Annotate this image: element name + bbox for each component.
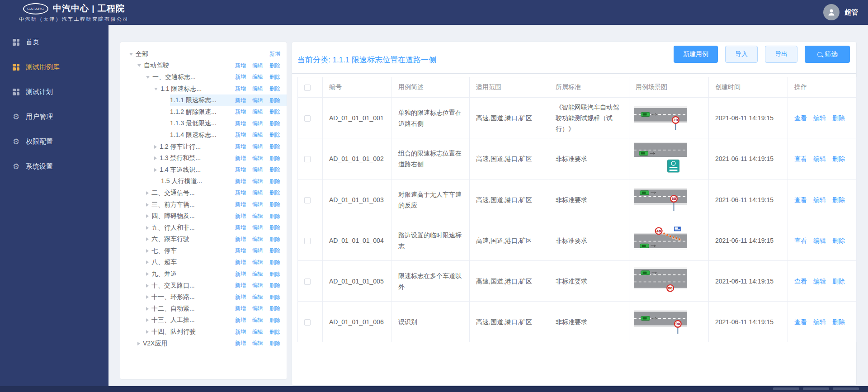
tree-expand-icon[interactable] <box>146 295 149 299</box>
new-case-button[interactable]: 新建用例 <box>674 46 718 63</box>
tree-collapse-icon[interactable] <box>154 88 158 90</box>
tree-action-edit[interactable]: 编辑 <box>252 97 263 104</box>
tree-node-label[interactable]: 十一、环形路... <box>151 293 195 301</box>
tree-action-edit[interactable]: 编辑 <box>252 62 263 70</box>
scene-thumbnail[interactable]: 20 <box>634 125 687 132</box>
row-action-view[interactable]: 查看 <box>794 237 807 244</box>
tree-node-18[interactable]: 八、超车 新增编辑删除 <box>120 257 287 269</box>
tree-node-7[interactable]: 1.1.4 限速标志... 新增编辑删除 <box>120 129 287 141</box>
tree-action-delete[interactable]: 删除 <box>269 328 280 336</box>
tree-node-label[interactable]: 六、跟车行驶 <box>151 235 189 243</box>
tree-node-label[interactable]: V2X应用 <box>143 340 167 348</box>
tree-node-9[interactable]: 1.3 禁行和禁... 新增编辑删除 <box>120 152 287 164</box>
user-avatar[interactable] <box>823 4 840 20</box>
import-button[interactable]: 导入 <box>725 46 758 63</box>
tree-node-11[interactable]: 1.5 人行横道... 新增编辑删除 <box>120 176 287 188</box>
tree-node-label[interactable]: 八、超车 <box>151 258 177 266</box>
row-action-view[interactable]: 查看 <box>794 278 807 285</box>
filter-button[interactable]: 筛选 <box>805 46 850 63</box>
tree-action-add[interactable]: 新增 <box>235 120 246 128</box>
sidebar-item-2[interactable]: 测试计划 <box>0 83 108 101</box>
row-checkbox[interactable] <box>304 156 311 162</box>
tree-expand-icon[interactable] <box>146 249 149 253</box>
tree-action-edit[interactable]: 编辑 <box>252 213 263 220</box>
tree-expand-icon[interactable] <box>146 330 149 334</box>
tree-node-20[interactable]: 十、交叉路口... 新增编辑删除 <box>120 280 287 292</box>
tree-action-edit[interactable]: 编辑 <box>252 189 263 197</box>
tree-action-add[interactable]: 新增 <box>235 155 246 162</box>
tree-action-add[interactable]: 新增 <box>235 178 246 185</box>
tree-action-edit[interactable]: 编辑 <box>252 143 263 151</box>
tree-expand-icon[interactable] <box>146 237 149 241</box>
row-checkbox[interactable] <box>304 238 311 244</box>
tree-node-label[interactable]: 七、停车 <box>151 247 177 255</box>
tree-action-edit[interactable]: 编辑 <box>252 236 263 243</box>
row-action-edit[interactable]: 编辑 <box>813 114 826 122</box>
row-action-delete[interactable]: 删除 <box>832 237 845 244</box>
tree-action-delete[interactable]: 删除 <box>269 282 280 289</box>
tree-action-add[interactable]: 新增 <box>235 270 246 278</box>
tree-node-label[interactable]: 1.4 车道线识... <box>160 166 201 174</box>
tree-action-add[interactable]: 新增 <box>235 213 246 220</box>
tree-action-add[interactable]: 新增 <box>269 50 280 58</box>
tree-action-add[interactable]: 新增 <box>235 73 246 81</box>
tree-action-delete[interactable]: 删除 <box>269 259 280 266</box>
tree-node-label[interactable]: 自动驾驶 <box>144 61 169 70</box>
tree-action-delete[interactable]: 删除 <box>269 108 280 116</box>
tree-collapse-icon[interactable] <box>129 53 133 56</box>
tree-node-label[interactable]: 1.1.4 限速标志... <box>170 131 217 139</box>
tree-action-edit[interactable]: 编辑 <box>252 247 263 255</box>
scene-thumbnail[interactable] <box>634 168 687 175</box>
row-action-view[interactable]: 查看 <box>794 155 807 162</box>
row-action-view[interactable]: 查看 <box>794 196 807 203</box>
tree-action-edit[interactable]: 编辑 <box>252 340 263 347</box>
tree-action-add[interactable]: 新增 <box>235 131 246 139</box>
tree-expand-icon[interactable] <box>146 191 149 195</box>
sidebar-item-4[interactable]: ⚙ 权限配置 <box>0 132 108 151</box>
tree-collapse-icon[interactable] <box>146 76 150 79</box>
tree-action-delete[interactable]: 删除 <box>269 224 280 231</box>
tree-node-12[interactable]: 二、交通信号... 新增编辑删除 <box>120 187 287 199</box>
tree-node-label[interactable]: 1.1 限速标志... <box>160 85 202 93</box>
tree-action-edit[interactable]: 编辑 <box>252 85 263 93</box>
tree-action-delete[interactable]: 删除 <box>269 178 280 185</box>
tree-node-4[interactable]: 1.1.1 限速标志... 新增编辑删除 <box>120 94 287 106</box>
scene-thumbnail[interactable]: 80 <box>634 207 687 214</box>
tree-expand-icon[interactable] <box>154 156 157 160</box>
tree-node-10[interactable]: 1.4 车道线识... 新增编辑删除 <box>120 164 287 176</box>
tree-action-add[interactable]: 新增 <box>235 85 246 93</box>
row-action-edit[interactable]: 编辑 <box>813 278 826 285</box>
tree-node-label[interactable]: 一、交通标志... <box>152 73 196 81</box>
tree-node-label[interactable]: 1.1.3 最低限速... <box>170 119 217 128</box>
tree-action-delete[interactable]: 删除 <box>269 293 280 301</box>
tree-action-add[interactable]: 新增 <box>235 340 246 347</box>
tree-node-8[interactable]: 1.2 停车让行... 新增编辑删除 <box>120 141 287 153</box>
tree-node-label[interactable]: 九、并道 <box>151 270 177 278</box>
tree-node-19[interactable]: 九、并道 新增编辑删除 <box>120 268 287 280</box>
tree-action-add[interactable]: 新增 <box>235 328 246 336</box>
tree-action-add[interactable]: 新增 <box>235 305 246 312</box>
tree-node-2[interactable]: 一、交通标志... 新增编辑删除 <box>120 71 287 83</box>
row-action-delete[interactable]: 删除 <box>832 155 845 162</box>
tree-action-delete[interactable]: 删除 <box>269 120 280 128</box>
tree-node-16[interactable]: 六、跟车行驶 新增编辑删除 <box>120 234 287 246</box>
tree-node-0[interactable]: 全部 新增 <box>120 48 287 60</box>
tree-action-edit[interactable]: 编辑 <box>252 201 263 208</box>
tree-action-edit[interactable]: 编辑 <box>252 166 263 174</box>
tree-node-5[interactable]: 1.1.2 解除限速... 新增编辑删除 <box>120 106 287 118</box>
tree-action-edit[interactable]: 编辑 <box>252 108 263 116</box>
tree-node-label[interactable]: 全部 <box>136 50 148 58</box>
row-action-view[interactable]: 查看 <box>794 318 807 326</box>
tree-node-3[interactable]: 1.1 限速标志... 新增编辑删除 <box>120 83 287 95</box>
tree-node-label[interactable]: 十二、自动紧... <box>151 305 195 313</box>
tree-node-13[interactable]: 三、前方车辆... 新增编辑删除 <box>120 199 287 211</box>
tree-action-add[interactable]: 新增 <box>235 316 246 324</box>
tree-action-add[interactable]: 新增 <box>235 259 246 266</box>
tree-action-add[interactable]: 新增 <box>235 282 246 289</box>
tree-action-add[interactable]: 新增 <box>235 201 246 208</box>
tree-action-delete[interactable]: 删除 <box>269 85 280 93</box>
tree-action-edit[interactable]: 编辑 <box>252 328 263 336</box>
tree-node-label[interactable]: 1.2 停车让行... <box>160 143 201 151</box>
tree-node-21[interactable]: 十一、环形路... 新增编辑删除 <box>120 291 287 303</box>
row-action-delete[interactable]: 删除 <box>832 318 845 326</box>
